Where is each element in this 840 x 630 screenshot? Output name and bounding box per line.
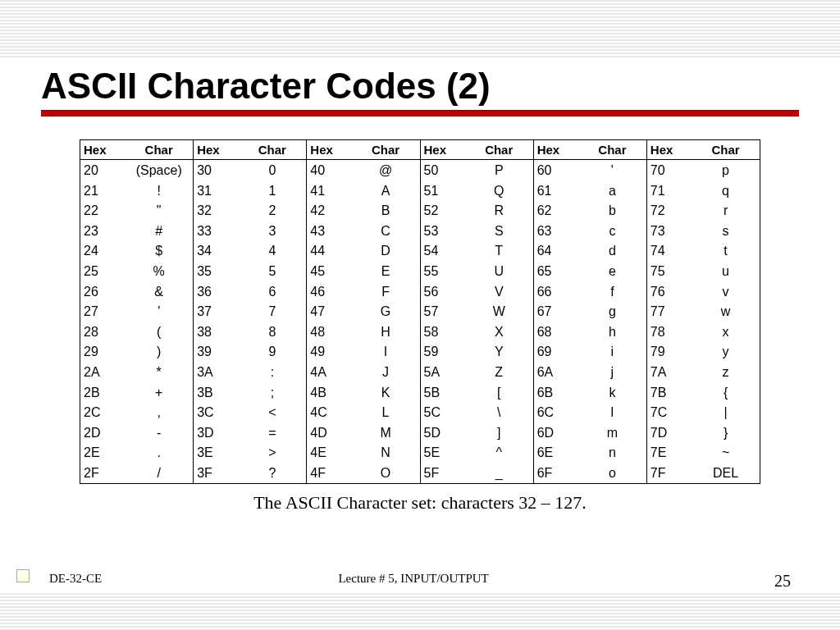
- cell-hex: 49: [310, 343, 354, 361]
- column-header: HexChar: [421, 139, 533, 160]
- header-char: Char: [128, 143, 189, 157]
- cell-hex: 39: [197, 343, 241, 361]
- table-row: 54T: [421, 240, 533, 261]
- cell-hex: 69: [537, 343, 582, 361]
- cell-hex: 38: [197, 323, 241, 341]
- cell-hex: 3C: [197, 404, 241, 422]
- cell-hex: 5C: [424, 404, 468, 422]
- footer-center: Lecture # 5, INPUT/OUTPUT: [102, 572, 725, 591]
- cell-char: V: [468, 283, 530, 301]
- table-row: 3F?: [194, 463, 306, 483]
- table-row: 53S: [421, 221, 533, 241]
- cell-char: N: [355, 444, 417, 462]
- cell-char: 8: [241, 323, 303, 341]
- table-row: 40@: [307, 160, 419, 180]
- table-row: 49I: [307, 341, 419, 362]
- cell-char: H: [355, 323, 417, 341]
- cell-char: *: [128, 363, 189, 381]
- table-row: 29): [80, 341, 193, 362]
- table-row: 51Q: [421, 180, 533, 201]
- header-char: Char: [695, 143, 756, 157]
- cell-hex: 7A: [651, 363, 695, 381]
- cell-hex: 4D: [310, 424, 354, 442]
- table-row: 71q: [647, 180, 760, 201]
- cell-hex: 54: [424, 242, 468, 260]
- table-row: 48H: [307, 322, 419, 342]
- cell-hex: 47: [310, 303, 354, 321]
- cell-hex: 2D: [84, 424, 128, 442]
- cell-hex: 71: [651, 182, 695, 200]
- table-row: 4CL: [307, 402, 419, 422]
- cell-hex: 43: [310, 222, 354, 240]
- cell-hex: 75: [651, 262, 695, 281]
- table-row: 3B;: [194, 382, 306, 403]
- cell-hex: 26: [84, 283, 128, 301]
- cell-hex: 7F: [651, 464, 695, 482]
- table-row: 311: [194, 180, 306, 201]
- cell-hex: 78: [651, 323, 695, 341]
- cell-hex: 72: [651, 202, 695, 220]
- table-row: 73s: [647, 221, 760, 241]
- cell-hex: 34: [197, 242, 241, 260]
- table-row: 63c: [534, 221, 646, 241]
- cell-hex: 53: [424, 222, 468, 240]
- cell-char: 6: [241, 283, 303, 301]
- column-header: HexChar: [194, 139, 306, 160]
- ascii-column: HexChar40@41A42B43C44D45E46F47G48H49I4AJ…: [306, 139, 419, 483]
- cell-char: 5: [241, 262, 303, 281]
- cell-char: D: [355, 242, 417, 260]
- cell-hex: 30: [197, 162, 241, 180]
- cell-char: d: [582, 242, 643, 260]
- cell-hex: 77: [651, 303, 695, 321]
- cell-char: DEL: [695, 464, 756, 482]
- table-row: 3D=: [194, 422, 306, 443]
- cell-hex: 5A: [424, 363, 468, 381]
- cell-hex: 2C: [84, 404, 128, 422]
- cell-char: #: [128, 222, 189, 240]
- ascii-column: HexChar70p71q72r73s74t75u76v77w78x79y7Az…: [646, 139, 760, 483]
- cell-hex: 4A: [310, 363, 354, 381]
- cell-hex: 51: [424, 182, 468, 200]
- cell-hex: 20: [84, 162, 128, 180]
- table-row: 41A: [307, 180, 419, 201]
- header-hex: Hex: [84, 143, 128, 157]
- cell-hex: 6E: [537, 444, 582, 462]
- table-row: 78x: [647, 322, 760, 342]
- table-row: 6Bk: [534, 382, 646, 403]
- cell-hex: 41: [310, 182, 354, 200]
- cell-char: p: [695, 162, 756, 180]
- header-hex: Hex: [537, 143, 582, 157]
- cell-char: k: [582, 384, 643, 402]
- table-row: 4FO: [307, 463, 419, 483]
- cell-hex: 60: [537, 162, 582, 180]
- cell-char: f: [582, 283, 643, 301]
- cell-char: 3: [241, 222, 303, 240]
- table-row: 42B: [307, 200, 419, 221]
- table-row: 4EN: [307, 442, 419, 463]
- cell-hex: 45: [310, 262, 354, 281]
- table-row: 377: [194, 301, 306, 322]
- cell-hex: 44: [310, 242, 354, 260]
- cell-char: g: [582, 303, 643, 321]
- table-row: 344: [194, 240, 306, 261]
- table-row: 74t: [647, 240, 760, 261]
- cell-hex: 52: [424, 202, 468, 220]
- table-row: 7C|: [647, 402, 760, 422]
- cell-char: K: [355, 384, 417, 402]
- cell-char: T: [468, 242, 530, 260]
- cell-hex: 76: [651, 283, 695, 301]
- cell-char: 2: [241, 202, 303, 220]
- cell-hex: 42: [310, 202, 354, 220]
- cell-char: ': [582, 162, 643, 180]
- table-row: 2D-: [80, 422, 193, 443]
- table-row: 79y: [647, 341, 760, 362]
- cell-char: ~: [695, 444, 756, 462]
- cell-hex: 3F: [197, 464, 241, 482]
- cell-char: <: [241, 404, 303, 422]
- table-row: 5F_: [421, 463, 533, 483]
- table-row: 69i: [534, 341, 646, 362]
- table-row: 76v: [647, 281, 760, 302]
- column-header: HexChar: [647, 139, 760, 160]
- cell-hex: 6C: [537, 404, 582, 422]
- cell-char: G: [355, 303, 417, 321]
